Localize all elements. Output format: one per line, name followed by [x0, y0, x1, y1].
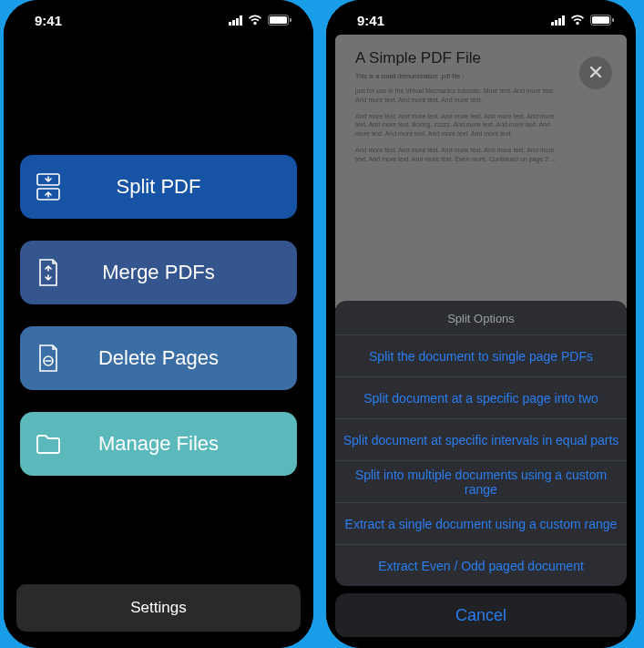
notch — [406, 0, 557, 27]
split-icon — [33, 172, 64, 201]
wifi-icon — [248, 15, 262, 26]
manage-files-label: Manage Files — [64, 432, 284, 456]
phone-left: 9:41 Split PDF — [4, 0, 313, 648]
status-icons — [551, 15, 614, 26]
merge-icon — [33, 258, 64, 287]
settings-label: Settings — [130, 599, 186, 617]
home-screen: Split PDF Merge PDFs — [4, 0, 313, 648]
merge-pdfs-button[interactable]: Merge PDFs — [20, 241, 297, 304]
close-button[interactable] — [579, 57, 612, 89]
bottom-bar: Settings — [4, 584, 313, 648]
delete-pages-label: Delete Pages — [64, 346, 284, 370]
sheet-title: Split Options — [335, 301, 627, 334]
split-option-even-odd[interactable]: Extract Even / Odd paged document — [335, 544, 627, 586]
notch — [90, 0, 227, 26]
svg-rect-7 — [592, 16, 609, 24]
split-option-custom-range-multi[interactable]: Split into multiple documents using a cu… — [335, 460, 627, 502]
status-icons — [229, 15, 291, 26]
cellular-icon — [229, 15, 242, 26]
split-pdf-label: Split PDF — [64, 175, 284, 199]
split-option-intervals[interactable]: Split document at specific intervals in … — [335, 418, 627, 460]
split-option-single-pages[interactable]: Split the document to single page PDFs — [335, 334, 627, 376]
manage-files-button[interactable]: Manage Files — [20, 412, 297, 476]
cancel-label: Cancel — [455, 606, 506, 625]
split-option-at-page[interactable]: Split document at a specific page into t… — [335, 376, 627, 418]
main-menu: Split PDF Merge PDFs — [4, 0, 313, 476]
merge-pdfs-label: Merge PDFs — [64, 261, 284, 284]
folder-icon — [33, 432, 64, 456]
preview-screen: A Simple PDF File This is a small demons… — [326, 0, 636, 648]
split-option-custom-range-single[interactable]: Extract a single document using a custom… — [335, 502, 627, 544]
battery-icon — [590, 15, 614, 26]
split-options-sheet: Split Options Split the document to sing… — [335, 301, 627, 637]
sheet-cancel-button[interactable]: Cancel — [335, 593, 627, 637]
battery-icon — [268, 15, 291, 26]
status-time: 9:41 — [357, 13, 384, 28]
delete-pages-button[interactable]: Delete Pages — [20, 326, 297, 390]
split-pdf-button[interactable]: Split PDF — [20, 155, 297, 219]
phone-right: 9:41 A Simple PDF File This is a small d… — [326, 0, 636, 648]
delete-pages-icon — [33, 344, 64, 373]
svg-rect-8 — [612, 18, 614, 22]
status-time: 9:41 — [35, 13, 62, 28]
close-icon — [588, 63, 603, 84]
settings-button[interactable]: Settings — [16, 584, 301, 632]
svg-rect-2 — [290, 18, 291, 22]
svg-rect-1 — [270, 16, 287, 24]
sheet-group: Split Options Split the document to sing… — [335, 301, 627, 586]
wifi-icon — [570, 15, 585, 26]
